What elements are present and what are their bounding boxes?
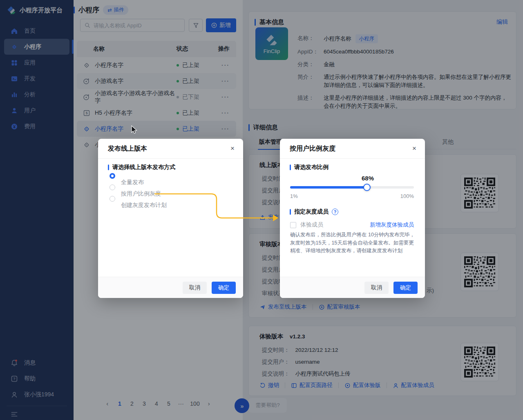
section-marker bbox=[290, 209, 291, 215]
modal-title: 发布线上版本 bbox=[98, 139, 243, 159]
radio-full-release[interactable] bbox=[110, 173, 115, 179]
slider-range-labels: 1% 100% bbox=[290, 193, 414, 199]
trial-member-checkbox[interactable] bbox=[290, 222, 296, 228]
member-row: 体验成员 新增灰度体验成员 bbox=[290, 221, 414, 229]
confirm-button[interactable]: 确定 bbox=[212, 282, 236, 294]
ratio-value: 68% bbox=[355, 175, 380, 182]
modal-footer: 取消 确定 bbox=[280, 277, 425, 298]
slider-min-label: 1% bbox=[290, 193, 298, 199]
modal-title: 按用户比例灰度 bbox=[280, 139, 425, 159]
cancel-button[interactable]: 取消 bbox=[364, 282, 389, 294]
close-icon[interactable]: × bbox=[412, 145, 416, 152]
radio-label-gray-plan[interactable]: 创建灰度发布计划 bbox=[121, 202, 167, 209]
gray-members-section: 指定灰度成员 ? bbox=[290, 208, 338, 216]
section-marker bbox=[290, 164, 291, 170]
radio-label-full-release[interactable]: 全量发布 bbox=[121, 179, 144, 186]
gray-release-note: 确认发布后，所选比例及用户将在 10分钟内发布完毕，灰度时效为15天，15天后将… bbox=[290, 231, 416, 255]
trial-member-label: 体验成员 bbox=[300, 221, 323, 229]
radio-gray-by-ratio[interactable] bbox=[110, 184, 115, 190]
app-window: 小程序开放平台 首页 小程序 应用 开发 分析 bbox=[0, 0, 523, 420]
radio-label-gray-by-ratio[interactable]: 按用户比例灰度 bbox=[121, 190, 161, 198]
close-icon[interactable]: × bbox=[230, 145, 235, 152]
modal-backdrop[interactable] bbox=[0, 0, 523, 420]
slider-fill bbox=[290, 186, 367, 189]
radio-gray-plan[interactable] bbox=[110, 196, 115, 202]
confirm-button[interactable]: 确定 bbox=[393, 282, 418, 294]
help-circle-icon[interactable]: ? bbox=[332, 209, 338, 215]
add-gray-member-link[interactable]: 新增灰度体验成员 bbox=[370, 221, 414, 229]
section-title: 请选择线上版本发布方式 bbox=[112, 164, 175, 171]
section-title: 指定灰度成员 bbox=[294, 208, 329, 216]
publish-version-modal: 发布线上版本 × 请选择线上版本发布方式 全量发布 按用户比例灰度 创建灰度发布… bbox=[98, 139, 243, 298]
slider-thumb[interactable] bbox=[363, 184, 371, 191]
slider-max-label: 100% bbox=[400, 193, 414, 199]
cancel-button[interactable]: 取消 bbox=[183, 282, 207, 294]
ratio-slider[interactable] bbox=[290, 184, 414, 191]
gray-ratio-modal: 按用户比例灰度 × 请选发布比例 68% 1% 100% 指定灰度成员 ? 体验… bbox=[280, 139, 425, 298]
publish-mode-section: 请选择线上版本发布方式 bbox=[108, 164, 175, 171]
modal-footer: 取消 确定 bbox=[98, 277, 243, 298]
ratio-section: 请选发布比例 bbox=[290, 164, 329, 171]
section-marker bbox=[108, 164, 109, 170]
section-title: 请选发布比例 bbox=[294, 164, 329, 171]
